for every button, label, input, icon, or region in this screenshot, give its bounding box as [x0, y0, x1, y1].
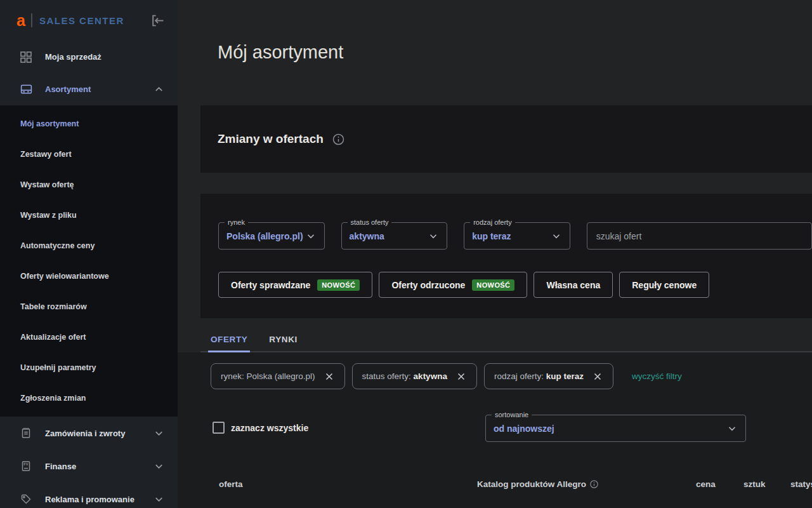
svg-text:FV: FV — [23, 462, 28, 466]
column-header-katalog: Katalog produktów Allegro — [477, 479, 599, 489]
submenu-item-aktualizacje-ofert[interactable]: Aktualizacje ofert — [0, 322, 178, 352]
submenu-item-tabele-rozmiarow[interactable]: Tabele rozmiarów — [0, 291, 178, 322]
close-icon[interactable] — [592, 371, 603, 382]
clear-filters-link[interactable]: wyczyść filtry — [632, 371, 682, 381]
changes-panel: Zmiany w ofertach — [200, 105, 812, 173]
offer-type-dropdown-label: rodzaj oferty — [470, 218, 515, 227]
app-title: SALES CENTER — [39, 15, 124, 26]
column-header-label: Katalog produktów Allegro — [477, 479, 586, 489]
sidebar-item-finanse[interactable]: FV Finanse — [0, 450, 178, 483]
submenu-item-zestawy-ofert[interactable]: Zestawy ofert — [0, 139, 178, 170]
select-all-label: zaznacz wszystkie — [231, 423, 308, 433]
sort-dropdown-value: od najnowszej — [494, 424, 554, 434]
sidebar: a SALES CENTER Moja sprzedaż Asort — [0, 0, 178, 508]
submenu-item-zgloszenia-zmian[interactable]: Zgłoszenia zmian — [0, 383, 178, 413]
market-dropdown-value: Polska (allegro.pl) — [226, 231, 303, 241]
button-label: Reguły cenowe — [632, 280, 697, 290]
chip-text: rynek: Polska (allegro.pl) — [221, 371, 315, 381]
chevron-up-icon — [153, 83, 165, 95]
market-dropdown[interactable]: rynek Polska (allegro.pl) — [218, 222, 325, 250]
list-controls-row: zaznacz wszystkie sortowanie od najnowsz… — [178, 414, 812, 441]
reguly-cenowe-button[interactable]: Reguły cenowe — [619, 272, 709, 298]
offer-type-dropdown-value: kup teraz — [472, 231, 511, 241]
sidebar-item-label: Reklama i promowanie — [45, 495, 134, 504]
table-header-row: oferta Katalog produktów Allegro cena sz… — [178, 479, 812, 492]
changes-panel-title: Zmiany w ofertach — [218, 132, 324, 146]
column-header-sztuk: sztuk — [743, 479, 766, 489]
market-dropdown-label: rynek — [225, 218, 248, 227]
sort-dropdown[interactable]: sortowanie od najnowszej — [485, 415, 746, 442]
sidebar-header: a SALES CENTER — [0, 0, 178, 41]
sidebar-item-asortyment[interactable]: Asortyment — [0, 73, 178, 105]
select-all-checkbox[interactable] — [213, 422, 225, 434]
button-label: Własna cena — [546, 280, 600, 290]
submenu-item-uzupelnij-parametry[interactable]: Uzupełnij parametry — [0, 352, 178, 383]
column-header-oferta: oferta — [219, 479, 243, 489]
nowosc-badge: NOWOŚĆ — [472, 279, 514, 291]
chevron-down-icon — [305, 231, 317, 242]
info-icon[interactable] — [332, 133, 345, 146]
submenu-item-wystaw-oferte[interactable]: Wystaw ofertę — [0, 170, 178, 200]
tag-icon — [19, 493, 33, 505]
button-label: Oferty sprawdzane — [231, 280, 310, 290]
chevron-down-icon — [153, 493, 165, 505]
chip-rodzaj: rodzaj oferty: kup teraz — [484, 363, 613, 389]
chip-text: status oferty: — [362, 371, 414, 381]
offer-type-dropdown[interactable]: rodzaj oferty kup teraz — [464, 222, 570, 250]
close-icon[interactable] — [455, 371, 467, 382]
sidebar-item-label: Moja sprzedaż — [45, 52, 102, 62]
asortyment-submenu: Mój asortyment Zestawy ofert Wystaw ofer… — [0, 105, 178, 417]
sort-dropdown-label: sortowanie — [492, 411, 532, 419]
chevron-down-icon — [428, 231, 439, 242]
tab-bar: OFERTY RYNKI — [200, 328, 812, 352]
chip-status: status oferty: aktywna — [352, 363, 477, 389]
logo-divider — [31, 13, 32, 27]
sidebar-item-reklama[interactable]: Reklama i promowanie — [0, 483, 178, 508]
chevron-down-icon — [153, 460, 165, 472]
allegro-logo-icon: a — [16, 13, 25, 29]
status-dropdown[interactable]: status oferty aktywna — [341, 222, 448, 250]
chevron-down-icon — [153, 427, 165, 439]
submenu-item-oferty-wielowariantowe[interactable]: Oferty wielowariantowe — [0, 261, 178, 291]
sidebar-item-label: Zamówienia i zwroty — [45, 429, 125, 438]
status-dropdown-label: status oferty — [348, 218, 392, 227]
search-input[interactable] — [587, 222, 812, 250]
submenu-item-wystaw-z-pliku[interactable]: Wystaw z pliku — [0, 200, 178, 231]
wlasna-cena-button[interactable]: Własna cena — [534, 272, 613, 298]
close-icon[interactable] — [324, 371, 335, 382]
filters-panel: rynek Polska (allegro.pl) status oferty … — [200, 194, 812, 318]
filter-dropdowns-row: rynek Polska (allegro.pl) status oferty … — [218, 222, 812, 250]
sidebar-collapse-icon[interactable] — [149, 12, 166, 29]
submenu-item-moj-asortyment[interactable]: Mój asortyment — [0, 109, 178, 139]
column-header-cena: cena — [696, 479, 716, 489]
chevron-down-icon — [551, 231, 562, 242]
chip-value: kup teraz — [546, 371, 584, 381]
submenu-item-automatyczne-ceny[interactable]: Automatyczne ceny — [0, 231, 178, 261]
clipboard-icon — [19, 427, 33, 439]
chevron-down-icon — [726, 423, 738, 434]
select-all-control[interactable]: zaznacz wszystkie — [213, 414, 308, 441]
oferty-odrzucone-button[interactable]: Oferty odrzucone NOWOŚĆ — [379, 272, 527, 298]
chip-text: rodzaj oferty: — [494, 371, 546, 381]
sidebar-item-zamowienia[interactable]: Zamówienia i zwroty — [0, 417, 178, 450]
page-title: Mój asortyment — [218, 42, 343, 63]
active-filter-chips: rynek: Polska (allegro.pl) status oferty… — [211, 363, 682, 389]
sidebar-item-label: Finanse — [45, 462, 76, 471]
oferty-sprawdzane-button[interactable]: Oferty sprawdzane NOWOŚĆ — [218, 272, 372, 298]
invoice-fv-icon: FV — [19, 460, 33, 472]
nowosc-badge: NOWOŚĆ — [317, 279, 360, 291]
chip-value: aktywna — [414, 371, 447, 381]
tab-rynki[interactable]: RYNKI — [266, 328, 300, 352]
main-content: Mój asortyment Zmiany w ofertach rynek P… — [178, 0, 812, 508]
sidebar-item-label: Asortyment — [45, 84, 91, 94]
button-label: Oferty odrzucone — [391, 280, 465, 290]
quick-filter-buttons-row: Oferty sprawdzane NOWOŚĆ Oferty odrzucon… — [218, 272, 812, 298]
shop-icon — [19, 83, 33, 96]
offers-list-section: rynek: Polska (allegro.pl) status oferty… — [178, 352, 812, 508]
grid-icon — [19, 51, 33, 64]
chip-rynek: rynek: Polska (allegro.pl) — [211, 363, 345, 389]
info-icon[interactable] — [589, 479, 599, 489]
sidebar-item-moja-sprzedaz[interactable]: Moja sprzedaż — [0, 41, 178, 73]
status-dropdown-value: aktywna — [350, 231, 384, 241]
tab-oferty[interactable]: OFERTY — [208, 328, 250, 352]
